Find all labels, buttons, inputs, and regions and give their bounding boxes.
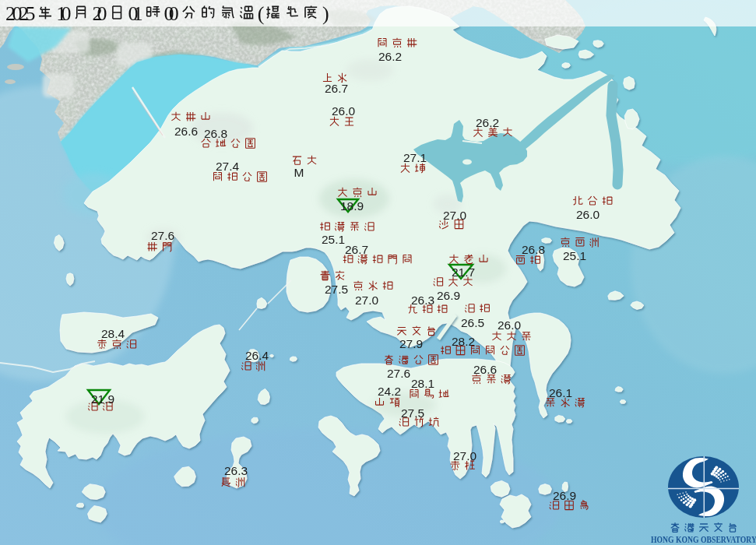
svg-text:26.4: 26.4 (245, 349, 269, 362)
svg-text:M: M (294, 166, 304, 179)
svg-text:2025: 2025 (5, 2, 35, 25)
svg-text:27.0: 27.0 (443, 209, 467, 222)
svg-text:(: ( (258, 2, 265, 25)
svg-text:28.1: 28.1 (411, 377, 434, 390)
svg-text:25.1: 25.1 (563, 249, 586, 262)
svg-text:28.4: 28.4 (101, 327, 125, 340)
svg-text:26.3: 26.3 (411, 294, 434, 307)
svg-text:21.7: 21.7 (452, 265, 475, 279)
svg-text:10: 10 (56, 2, 71, 25)
svg-text:26.7: 26.7 (325, 82, 348, 95)
svg-text:27.9: 27.9 (399, 337, 423, 350)
svg-text:28.2: 28.2 (452, 335, 475, 348)
svg-text:00: 00 (164, 2, 179, 25)
svg-text:26.8: 26.8 (522, 243, 545, 256)
svg-text:26.6: 26.6 (473, 363, 497, 376)
svg-text:27.1: 27.1 (403, 151, 427, 164)
svg-text:26.3: 26.3 (224, 464, 248, 477)
svg-text:26.0: 26.0 (332, 104, 356, 118)
svg-text:26.7: 26.7 (345, 243, 368, 256)
svg-text:27.5: 27.5 (401, 406, 424, 420)
svg-text:27.0: 27.0 (355, 294, 379, 307)
svg-text:26.1: 26.1 (549, 386, 572, 399)
svg-text:27.6: 27.6 (387, 367, 410, 380)
svg-text:27.0: 27.0 (453, 449, 477, 462)
svg-text:25.1: 25.1 (322, 233, 345, 246)
svg-text:26.2: 26.2 (476, 116, 499, 129)
svg-text:26.2: 26.2 (378, 50, 402, 63)
svg-text:01: 01 (128, 2, 143, 25)
svg-text:HONG KONG OBSERVATORY: HONG KONG OBSERVATORY (651, 534, 756, 545)
svg-text:26.9: 26.9 (553, 489, 576, 502)
svg-text:18.9: 18.9 (340, 199, 364, 213)
svg-text:26.9: 26.9 (437, 289, 460, 302)
svg-text:27.5: 27.5 (325, 283, 348, 296)
svg-text:26.6: 26.6 (174, 125, 198, 138)
svg-text:20: 20 (92, 2, 107, 25)
svg-text:21.9: 21.9 (91, 392, 114, 406)
svg-text:26.5: 26.5 (461, 316, 484, 329)
svg-text:27.6: 27.6 (151, 229, 174, 242)
svg-text:24.2: 24.2 (378, 385, 401, 398)
svg-text:27.4: 27.4 (216, 160, 240, 173)
svg-text:26.8: 26.8 (204, 127, 227, 140)
svg-text:26.0: 26.0 (576, 208, 600, 221)
svg-text:): ) (322, 2, 329, 25)
svg-text:26.0: 26.0 (498, 318, 522, 332)
